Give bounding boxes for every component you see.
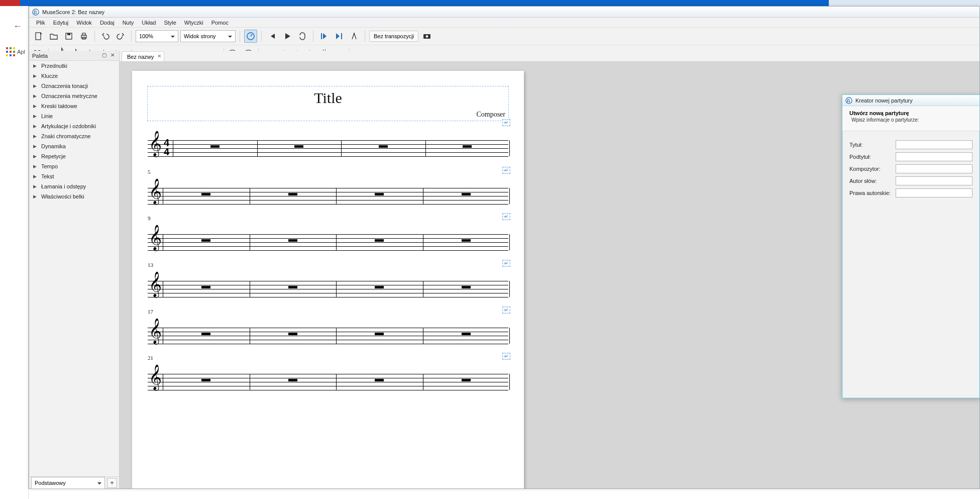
time-signature[interactable]: 44: [164, 138, 169, 156]
barline[interactable]: [336, 374, 337, 390]
system-break-icon[interactable]: ↵: [502, 167, 510, 174]
palette-item[interactable]: ▶Tekst: [29, 171, 119, 181]
browser-back-button[interactable]: ←: [11, 19, 25, 33]
count-in-button[interactable]: [348, 30, 361, 43]
score-title[interactable]: Title: [148, 86, 508, 107]
menu-style[interactable]: Style: [160, 19, 180, 27]
whole-rest[interactable]: [375, 379, 384, 381]
new-score-button[interactable]: [32, 30, 45, 43]
barline[interactable]: [336, 234, 337, 250]
palette-item[interactable]: ▶Właściwości belki: [29, 191, 119, 202]
barline[interactable]: [163, 328, 163, 344]
wizard-titlebar[interactable]: Kreator nowej partytury: [842, 95, 979, 106]
system-break-icon[interactable]: ↵: [502, 307, 510, 314]
whole-rest[interactable]: [462, 333, 471, 335]
palette-item[interactable]: ▶Klucze: [29, 71, 119, 81]
treble-clef-icon[interactable]: 𝄞: [149, 321, 162, 342]
palette-workspace-combo[interactable]: Podstawowy: [31, 477, 105, 489]
barline[interactable]: [509, 328, 510, 344]
palette-item[interactable]: ▶Znaki chromatyczne: [29, 131, 119, 141]
palette-item[interactable]: ▶Dynamika: [29, 141, 119, 151]
barline[interactable]: [423, 328, 423, 344]
palette-item[interactable]: ▶Oznaczenia metryczne: [29, 91, 119, 101]
apps-grid-icon[interactable]: [6, 47, 16, 57]
palette-close-icon[interactable]: ✕: [109, 52, 116, 59]
loop-in-button[interactable]: [317, 30, 331, 43]
close-icon[interactable]: ✕: [157, 53, 161, 59]
barline[interactable]: [423, 374, 423, 390]
treble-clef-icon[interactable]: 𝄞: [149, 227, 162, 248]
loop-button[interactable]: [296, 30, 309, 43]
barline[interactable]: [163, 234, 163, 250]
print-button[interactable]: [77, 30, 90, 43]
menu-edit[interactable]: Edytuj: [49, 19, 73, 27]
barline[interactable]: [336, 281, 337, 297]
view-mode-combo[interactable]: Widok strony: [180, 30, 236, 42]
input-subtitle[interactable]: [896, 152, 972, 161]
play-button[interactable]: [281, 30, 294, 43]
staff-system[interactable]: ↵21𝄞: [147, 362, 509, 397]
score-composer[interactable]: Composer: [476, 111, 505, 119]
input-composer[interactable]: [896, 164, 972, 173]
barline[interactable]: [341, 140, 342, 156]
barline[interactable]: [257, 140, 258, 156]
barline[interactable]: [509, 234, 510, 250]
whole-rest[interactable]: [288, 379, 297, 381]
barline[interactable]: [425, 140, 426, 156]
whole-rest[interactable]: [294, 145, 303, 148]
whole-rest[interactable]: [210, 145, 220, 148]
treble-clef-icon[interactable]: 𝄞: [149, 133, 162, 154]
menu-help[interactable]: Pomoc: [207, 19, 233, 27]
input-title[interactable]: [896, 140, 972, 149]
barline[interactable]: [336, 328, 337, 344]
whole-rest[interactable]: [288, 193, 297, 195]
whole-rest[interactable]: [462, 239, 471, 242]
whole-rest[interactable]: [288, 333, 297, 335]
barline[interactable]: [250, 234, 250, 250]
staff-system[interactable]: ↵𝄞44: [147, 129, 509, 164]
barline[interactable]: [173, 140, 173, 156]
menu-file[interactable]: Plik: [32, 19, 49, 27]
staff-system[interactable]: ↵17𝄞: [147, 316, 509, 351]
save-button[interactable]: [62, 30, 75, 43]
redo-button[interactable]: [114, 30, 127, 43]
score-page[interactable]: Title Composer ↵𝄞44↵5𝄞↵9𝄞↵13𝄞↵17𝄞↵21𝄞: [132, 71, 524, 488]
palette-list[interactable]: ▶Przednutki▶Klucze▶Oznaczenia tonacji▶Oz…: [29, 61, 119, 476]
whole-rest[interactable]: [375, 333, 384, 335]
menu-plugins[interactable]: Wtyczki: [180, 19, 207, 27]
menu-notes[interactable]: Nuty: [119, 19, 138, 27]
staff-system[interactable]: ↵9𝄞: [147, 223, 509, 258]
whole-rest[interactable]: [379, 145, 388, 148]
document-tab[interactable]: Bez nazwy ✕: [122, 51, 164, 61]
new-score-wizard[interactable]: Kreator nowej partytury Utwórz nową part…: [842, 94, 980, 398]
whole-rest[interactable]: [375, 193, 384, 195]
whole-rest[interactable]: [201, 379, 210, 381]
menu-add[interactable]: Dodaj: [96, 19, 119, 27]
whole-rest[interactable]: [462, 286, 471, 288]
palette-add-button[interactable]: +: [107, 478, 117, 488]
staff-system[interactable]: ↵5𝄞: [147, 176, 509, 212]
barline[interactable]: [250, 328, 250, 344]
palette-item[interactable]: ▶Artykulacje i ozdobniki: [29, 121, 119, 131]
zoom-combo[interactable]: 100%: [136, 30, 178, 42]
barline[interactable]: [250, 374, 250, 390]
barline[interactable]: [423, 281, 423, 297]
barline[interactable]: [163, 374, 163, 390]
treble-clef-icon[interactable]: 𝄞: [149, 274, 162, 295]
whole-rest[interactable]: [462, 193, 471, 195]
barline[interactable]: [336, 188, 337, 204]
concert-pitch-toggle[interactable]: Bez transpozycji: [369, 31, 418, 42]
menu-layout[interactable]: Układ: [138, 19, 160, 27]
palette-header[interactable]: Paleta ▢ ✕: [29, 51, 119, 61]
system-break-icon[interactable]: ↵: [502, 119, 510, 126]
palette-undock-icon[interactable]: ▢: [100, 52, 107, 59]
system-break-icon[interactable]: ↵: [502, 353, 510, 360]
whole-rest[interactable]: [201, 239, 210, 242]
system-break-icon[interactable]: ↵: [502, 260, 510, 267]
whole-rest[interactable]: [201, 333, 210, 335]
whole-rest[interactable]: [463, 145, 472, 148]
palette-item[interactable]: ▶Tempo: [29, 161, 119, 171]
loop-out-button[interactable]: [333, 30, 346, 43]
barline[interactable]: [163, 281, 163, 297]
undo-button[interactable]: [99, 30, 112, 43]
